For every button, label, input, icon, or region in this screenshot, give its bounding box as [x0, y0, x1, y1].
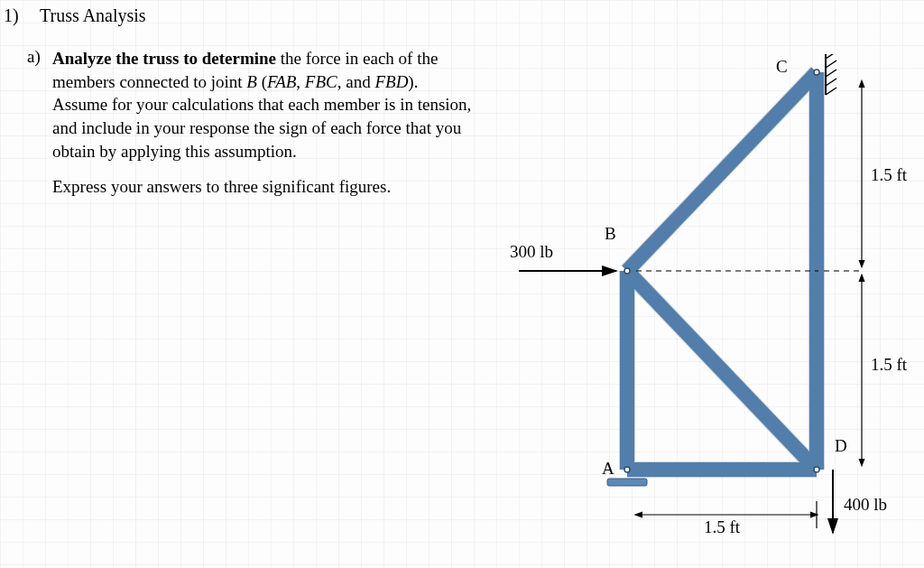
- pin-c: [814, 70, 819, 75]
- instruction-bold: Analyze the truss to determine: [52, 49, 276, 68]
- load-label-300: 300 lb: [510, 242, 553, 261]
- question-title: Truss Analysis: [40, 5, 146, 26]
- svg-line-2: [627, 271, 817, 470]
- load-label-400: 400 lb: [844, 495, 887, 514]
- support-a: [607, 479, 647, 486]
- dim-label-h: 1.5 ft: [704, 517, 741, 536]
- joint-ref: B: [246, 72, 257, 91]
- assumption-text: Assume for your calculations that each m…: [52, 95, 471, 160]
- sep1: ,: [296, 72, 305, 91]
- svg-line-11: [826, 88, 836, 95]
- paren-open: (: [257, 72, 267, 91]
- pin-d: [814, 467, 819, 472]
- svg-rect-5: [607, 479, 647, 486]
- svg-line-9: [826, 70, 836, 77]
- pin-a: [624, 467, 630, 472]
- pin-b: [624, 268, 630, 274]
- svg-line-8: [826, 61, 836, 68]
- label-c: C: [776, 57, 788, 76]
- paren-close: ).: [408, 72, 418, 91]
- question-body: Analyze the truss to determine the force…: [52, 47, 476, 211]
- instruction-paragraph: Analyze the truss to determine the force…: [52, 47, 476, 163]
- dim-label-v-bot: 1.5 ft: [871, 355, 908, 374]
- question-number: 1): [4, 5, 19, 26]
- force-fbc: FBC: [305, 72, 337, 91]
- label-a: A: [602, 459, 614, 478]
- sep2: , and: [337, 72, 375, 91]
- svg-line-1: [627, 72, 817, 271]
- svg-line-7: [826, 54, 836, 59]
- truss-diagram: 300 lb 400 lb 1.5 ft 1.5 ft 1.5 ft A B C…: [501, 54, 924, 560]
- express-paragraph: Express your answers to three significan…: [52, 175, 476, 199]
- dim-label-v-top: 1.5 ft: [871, 165, 908, 184]
- wall-top: [826, 54, 836, 95]
- force-fab: FAB: [267, 72, 296, 91]
- force-fbd: FBD: [374, 72, 408, 91]
- label-b: B: [605, 224, 616, 243]
- subpart-letter: a): [27, 47, 41, 67]
- label-d: D: [835, 436, 847, 455]
- svg-line-10: [826, 79, 836, 86]
